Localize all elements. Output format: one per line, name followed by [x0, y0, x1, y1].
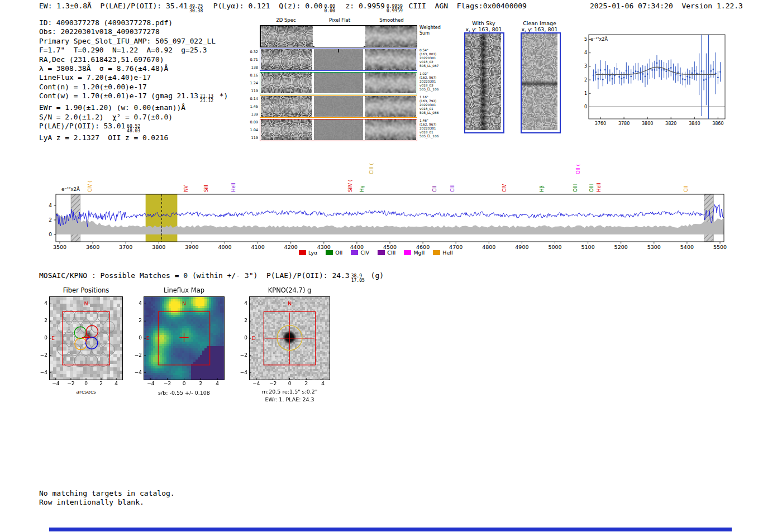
report-version: Version 1.22.3	[681, 2, 743, 10]
x-tick-label: 4900	[515, 244, 528, 250]
legend-item: HeII	[433, 250, 453, 256]
data-point	[635, 70, 637, 72]
legend-label: CIV	[360, 250, 369, 256]
gaussian-fit-line	[596, 67, 716, 74]
x-tick-label: 0	[178, 381, 190, 386]
spec2d-cell-2dspec	[261, 119, 312, 140]
x-tick-label: 4200	[284, 244, 298, 250]
data-point	[705, 79, 707, 80]
data-point	[668, 68, 670, 70]
info-line: RA,Dec (231.618423,51.697670)	[39, 55, 228, 64]
x-tick-label: 3820	[665, 121, 676, 126]
y-tick-label: −4	[131, 370, 142, 375]
data-point	[633, 72, 635, 74]
cutout-title: Lineflux Map	[127, 286, 241, 294]
data-point	[663, 69, 665, 71]
header-ew-plae-text: EW: 1.3±0.8Å P(LAE)/P(OII): 35.41	[39, 2, 188, 10]
x-tick-label: 5400	[680, 244, 694, 250]
legend-item: MgII	[404, 250, 425, 256]
cutout-title: Fiber Positions	[33, 286, 139, 294]
info-line: LyA z = 2.1327 OII z = 0.0216	[39, 133, 228, 142]
y-tick-label: 0	[49, 232, 52, 237]
data-point	[637, 71, 639, 73]
y-tick-label: 2	[49, 217, 52, 223]
spec2d-right-value: 505_LL_086	[419, 111, 438, 115]
elixer-report-page: EW: 1.3±0.8Å P(LAE)/P(OII): 35.4149.7530…	[0, 0, 782, 532]
axis-frame	[589, 35, 725, 119]
spec2d-left-value: 1.04	[249, 128, 258, 132]
emission-line-label: Hγ	[359, 186, 365, 192]
spec2d-cell-smoothed-canvas	[365, 73, 416, 93]
info-line: F=1.7" T=0.290 N=1.22 A=0.92 g=25.3	[39, 46, 228, 55]
legend-swatch	[351, 250, 358, 255]
info-line: Primary Spec_Slot_IFU_AMP: 505_097_022_L…	[39, 37, 228, 46]
emission-line-label: SiII	[203, 185, 209, 192]
spec2d-row-left-labels: 0.091.04119	[249, 119, 258, 141]
spec2d-cell-smoothed-canvas	[365, 96, 416, 117]
fiber-circle	[92, 321, 103, 333]
y-tick-label: 0	[36, 335, 47, 341]
bottom-divider	[49, 528, 732, 531]
legend-item: OII	[326, 250, 342, 256]
east-label: E	[252, 335, 255, 341]
stack-lo: 30.38	[189, 9, 203, 13]
spec2d-right-value: 20220301	[419, 103, 438, 107]
y-tick-label: −2	[236, 352, 247, 358]
data-point	[682, 78, 684, 80]
info-line: S/N = 2.0(±1.2) χ² = 0.7(±0.0)	[39, 113, 228, 122]
east-label: E	[146, 335, 150, 341]
emission-line-label: OIII	[589, 184, 594, 192]
emission-line-label: CIII	[450, 185, 455, 192]
spec2d-cell-2dspec	[261, 73, 312, 93]
clean-image-title: Clean Image	[512, 20, 568, 26]
spacer	[673, 2, 682, 10]
info-line: LineFlux = 7.20(±4.40)e-17	[39, 73, 228, 82]
data-point	[689, 76, 690, 78]
y-tick-label: 2	[236, 318, 247, 323]
info-line: ID: 4090377278 (4090377278.pdf)	[39, 18, 228, 27]
spec2d-right-value: 505_LL_106	[419, 88, 438, 92]
spec2d-cell-smoothed-canvas	[365, 119, 416, 140]
spec2d-row-right-labels: 1.16"(163, 792)20220301v018_01505_LL_086	[419, 95, 438, 115]
data-point	[659, 68, 660, 69]
info-line: Cont(w) = 1.70(±0.01)e-17 (gmag 21.1321.…	[39, 92, 228, 103]
spec2d-cell-smoothed	[365, 73, 416, 93]
data-point	[602, 79, 604, 80]
legend-label: OII	[335, 250, 342, 256]
data-point	[692, 73, 693, 74]
zoom-spectrum-panel: e⁻¹⁷x2Å376037803800382038403860012345	[581, 28, 733, 127]
data-point	[710, 70, 712, 72]
info-text: Primary Spec_Slot_IFU_AMP: 505_097_022_L…	[39, 37, 216, 45]
emission-line-label: OIII	[573, 184, 578, 192]
x-tick-label: 3600	[86, 244, 99, 250]
data-point	[616, 68, 618, 70]
data-point	[684, 79, 686, 80]
x-tick-label: 4	[317, 381, 329, 386]
spec2d-left-value: 1.24	[249, 81, 258, 85]
data-point	[623, 77, 625, 79]
x-tick-label: 3800	[642, 121, 653, 126]
mosaic-text: MOSAIC/KPNO : Possible Matches = 0 (with…	[39, 271, 350, 280]
data-point	[665, 70, 667, 72]
cut-lineflux-overlay: NE	[144, 297, 224, 380]
spec2d-right-value: 1.46"	[419, 119, 438, 123]
spec2d-left-value: 0.16	[249, 73, 258, 78]
x-tick-label: 4	[211, 381, 223, 386]
data-point	[640, 73, 641, 75]
north-label: N	[84, 300, 88, 306]
spec2d-left-value: 138	[249, 65, 258, 70]
errorbar-group	[593, 28, 720, 127]
data-point	[593, 75, 594, 76]
y-tick-label: 4	[36, 300, 47, 306]
cutout-xlabel2: EWr: 1. PLAE: 24.3	[230, 396, 349, 402]
spec2d-cell-pixelflat-canvas	[314, 49, 363, 70]
stack-lo: 48.03	[127, 129, 140, 133]
spec2d-right-value: 505_LL_106	[419, 135, 438, 138]
data-point	[618, 76, 620, 78]
data-point	[614, 75, 616, 76]
data-point	[696, 73, 698, 74]
data-point	[651, 69, 653, 71]
y-tick-label: 2	[36, 318, 47, 323]
spec2d-cell-2dspec-canvas	[261, 73, 312, 93]
spec2d-cell-2dspec-canvas	[261, 49, 312, 70]
